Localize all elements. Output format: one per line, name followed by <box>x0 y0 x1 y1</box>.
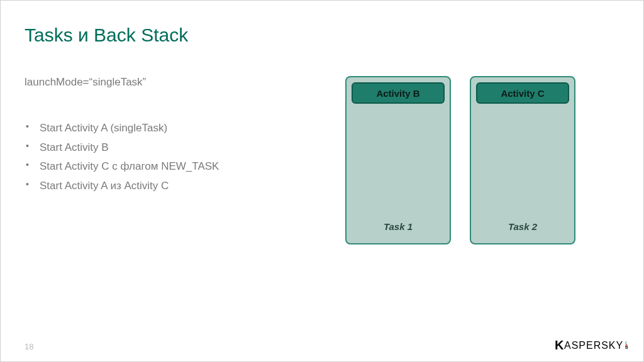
bullet-item: Start Activity A (singleTask) <box>25 119 219 138</box>
bullet-list: Start Activity A (singleTask) Start Acti… <box>25 119 219 195</box>
task-label: Task 1 <box>347 221 450 232</box>
task-box-1: Activity B Task 1 <box>345 76 451 244</box>
logo-letter-k: K <box>555 338 564 353</box>
bullet-item: Start Activity A из Activity C <box>25 177 219 196</box>
logo-rest: ASPERSKY <box>564 340 623 351</box>
kaspersky-logo: KASPERSKY l a b <box>555 338 628 353</box>
task-label: Task 2 <box>471 221 574 232</box>
page-number: 18 <box>25 342 33 351</box>
bullet-item: Start Activity C с флагом NEW_TASK <box>25 157 219 177</box>
task-box-2: Activity C Task 2 <box>470 76 575 244</box>
launch-mode-text: launchMode=“singleTask” <box>25 76 146 89</box>
logo-lab-icon: l a b <box>625 342 628 349</box>
bullet-item: Start Activity B <box>25 138 219 158</box>
activity-chip: Activity B <box>352 82 445 104</box>
activity-chip: Activity C <box>476 82 569 104</box>
slide-title: Tasks и Back Stack <box>25 25 188 46</box>
slide: Tasks и Back Stack launchMode=“singleTas… <box>0 0 644 362</box>
lab-b: b <box>625 346 628 349</box>
tasks-diagram: Activity B Task 1 Activity C Task 2 <box>345 76 575 244</box>
